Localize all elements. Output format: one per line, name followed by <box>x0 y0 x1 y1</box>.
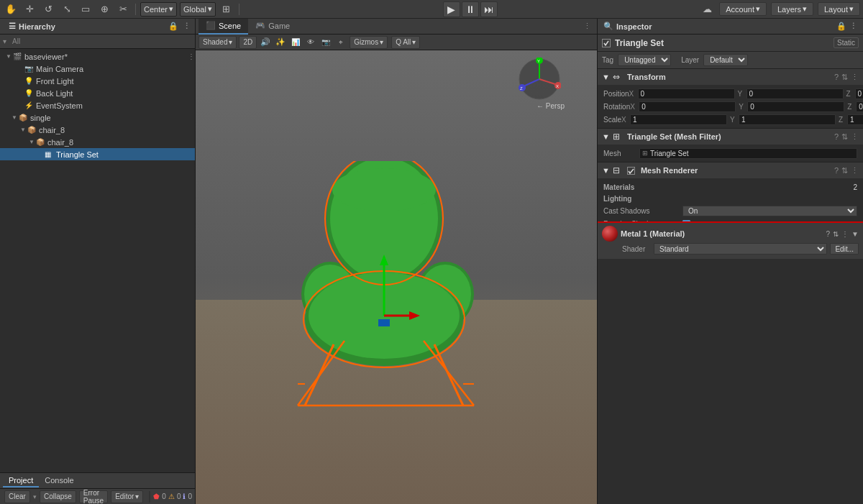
menu-icon[interactable]: ⋮ <box>849 22 857 31</box>
lock-icon[interactable]: 🔒 <box>836 22 846 31</box>
hierarchy-tab[interactable]: ☰ Hierarchy <box>4 19 60 34</box>
layout-dropdown[interactable]: Layout ▾ <box>818 2 860 16</box>
hierarchy-item[interactable]: ▼ 🎬 baseviewer* ⋮ <box>0 50 195 63</box>
gameobject-active-checkbox[interactable] <box>602 39 611 47</box>
transform-body: Position X Y Z <box>598 85 863 128</box>
position-z-input[interactable] <box>855 88 863 99</box>
project-tab[interactable]: Project <box>3 475 39 487</box>
hierarchy-item[interactable]: 💡 Back Light <box>0 87 195 99</box>
rotation-x-input[interactable] <box>639 101 736 112</box>
settings-icon[interactable]: ⇅ <box>841 132 848 142</box>
position-z: Z <box>846 88 863 99</box>
mesh-renderer-checkbox[interactable] <box>627 167 635 175</box>
rotation-y-input[interactable] <box>747 101 844 112</box>
transform-header[interactable]: ▼ ⇔ Transform ? ⇅ ⋮ <box>598 69 863 85</box>
settings-icon[interactable]: ⇅ <box>841 166 848 175</box>
settings-icon[interactable]: ⇅ <box>841 73 848 82</box>
clear-arrow-icon[interactable]: ▾ <box>33 493 37 500</box>
mesh-filter-component: ▼ ⊞ Triangle Set (Mesh Filter) ? ⇅ ⋮ Mes… <box>598 129 863 162</box>
scene-tab[interactable]: ⬛ Scene <box>198 19 248 35</box>
multi-tool-icon[interactable]: ⊕ <box>96 1 112 17</box>
bottom-expand-icon[interactable]: ▼ <box>851 230 859 238</box>
clear-button[interactable]: Clear <box>4 490 30 503</box>
scale-z-input[interactable] <box>847 114 863 125</box>
position-x-input[interactable] <box>638 88 735 99</box>
help-icon[interactable]: ? <box>834 73 839 82</box>
grid-icon[interactable]: ⊞ <box>219 1 234 17</box>
scale-y-input[interactable] <box>739 114 836 125</box>
search-box[interactable] <box>149 491 150 503</box>
static-button[interactable]: Static <box>834 37 859 48</box>
view-all-btn[interactable]: Q All ▾ <box>391 36 420 49</box>
bottom-mat-shader-dropdown[interactable]: Standard <box>654 243 827 255</box>
bottom-mat-edit-button[interactable]: Edit... <box>830 243 859 255</box>
account-dropdown[interactable]: Account ▾ <box>719 2 767 16</box>
hierarchy-item[interactable]: ⚡ EventSystem <box>0 99 195 111</box>
bottom-mat-settings-icon[interactable]: ⇅ <box>833 230 839 238</box>
hierarchy-item-selected[interactable]: ▦ Triangle Set <box>0 148 195 160</box>
more-icon[interactable]: ⋮ <box>851 73 859 82</box>
custom-tool-icon[interactable]: ✂ <box>115 1 131 17</box>
scene-icon: 🎬 <box>13 52 23 60</box>
tab-menu-icon[interactable]: ⋮ <box>580 22 594 31</box>
gizmos-dropdown[interactable]: Gizmos ▾ <box>350 36 388 49</box>
hierarchy-item[interactable]: ▼ 📦 single <box>0 111 195 124</box>
mesh-value[interactable]: ⊞ Triangle Set <box>639 148 857 159</box>
viewport-canvas[interactable]: Y X Z ← Persp <box>196 50 597 504</box>
console-tab[interactable]: Console <box>39 475 79 487</box>
mesh-renderer-header[interactable]: ▼ ⊟ Mesh Renderer ? ⇅ ⋮ <box>598 162 863 178</box>
rotate-tool-icon[interactable]: ↺ <box>40 1 56 17</box>
gameobject-name-input[interactable] <box>615 38 829 48</box>
shading-dropdown[interactable]: Shaded ▾ <box>198 36 237 49</box>
position-y-input[interactable] <box>746 88 844 99</box>
hierarchy-item[interactable]: 📷 Main Camera <box>0 63 195 75</box>
cast-shadows-dropdown[interactable]: On <box>682 206 857 216</box>
hierarchy-item[interactable]: ▼ 📦 chair_8 <box>0 136 195 148</box>
visibility-icon[interactable]: 👁 <box>304 36 317 49</box>
transform-icon[interactable]: ⌖ <box>334 36 347 49</box>
layer-dropdown[interactable]: Default <box>703 54 748 66</box>
item-label: Back Light <box>36 89 73 98</box>
rotation-z-input[interactable] <box>856 101 863 112</box>
stats-icon[interactable]: 📊 <box>289 36 302 49</box>
editor-button[interactable]: Editor ▾ <box>111 490 143 503</box>
tag-dropdown[interactable]: Untagged <box>618 54 671 66</box>
move-tool-icon[interactable]: ✛ <box>22 1 37 17</box>
scale-tool-icon[interactable]: ⤡ <box>59 1 75 17</box>
step-button[interactable]: ⏭ <box>480 1 498 17</box>
bottom-mat-more-icon[interactable]: ⋮ <box>841 230 849 238</box>
pause-button[interactable]: ⏸ <box>462 1 479 17</box>
2d-toggle[interactable]: 2D <box>239 36 257 49</box>
bottom-mat-help-icon[interactable]: ? <box>826 230 831 238</box>
help-icon[interactable]: ? <box>834 166 839 175</box>
cloud-icon[interactable]: ☁ <box>699 1 715 17</box>
layers-dropdown[interactable]: Layers ▾ <box>771 2 813 16</box>
rect-tool-icon[interactable]: ▭ <box>78 1 93 17</box>
help-icon[interactable]: ? <box>834 132 839 142</box>
svg-line-10 <box>434 344 463 406</box>
collapse-button[interactable]: Collapse <box>40 490 76 503</box>
x-label: X <box>630 103 637 111</box>
svg-line-12 <box>424 341 474 406</box>
materials-count: 2 <box>843 183 857 191</box>
play-button[interactable]: ▶ <box>443 1 460 17</box>
hierarchy-item[interactable]: 💡 Front Light <box>0 75 195 87</box>
add-icon[interactable]: ▾ <box>3 37 6 45</box>
item-menu-icon[interactable]: ⋮ <box>188 52 195 60</box>
pivot-dropdown[interactable]: Center ▾ <box>140 2 177 17</box>
camera-icon[interactable]: 📷 <box>319 36 332 49</box>
lock-icon[interactable]: 🔒 <box>168 22 178 31</box>
hand-tool-icon[interactable]: ✋ <box>3 1 19 17</box>
scene-gizmo[interactable]: Y X Z <box>518 58 561 101</box>
menu-icon[interactable]: ⋮ <box>183 22 191 31</box>
mesh-filter-header[interactable]: ▼ ⊞ Triangle Set (Mesh Filter) ? ⇅ ⋮ <box>598 129 863 145</box>
scale-x-input[interactable] <box>630 114 727 125</box>
more-icon[interactable]: ⋮ <box>851 166 859 175</box>
more-icon[interactable]: ⋮ <box>851 132 859 142</box>
hierarchy-item[interactable]: ▼ 📦 chair_8 <box>0 124 195 136</box>
space-dropdown[interactable]: Global ▾ <box>180 2 216 17</box>
error-pause-button[interactable]: Error Pause <box>79 490 108 503</box>
game-tab[interactable]: 🎮 Game <box>248 19 297 35</box>
effects-icon[interactable]: ✨ <box>274 36 287 49</box>
audio-icon[interactable]: 🔊 <box>259 36 272 49</box>
